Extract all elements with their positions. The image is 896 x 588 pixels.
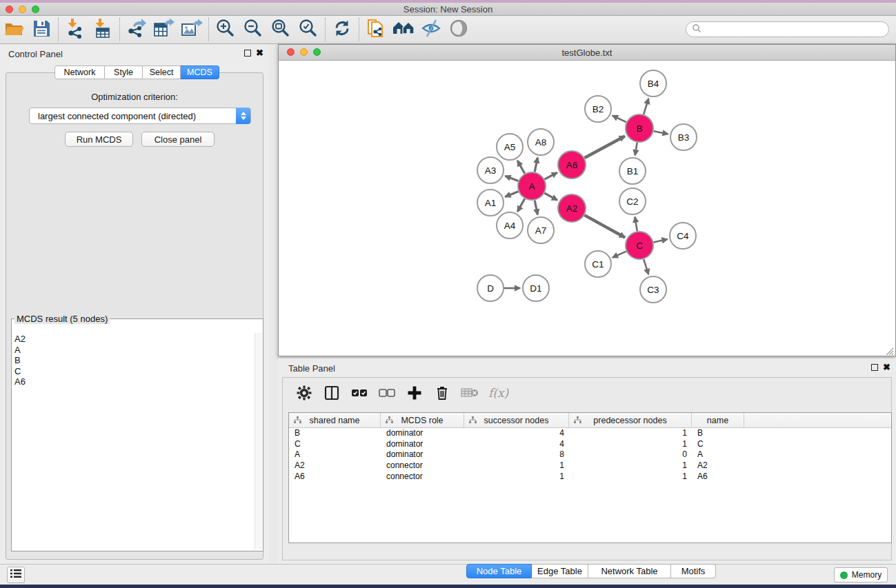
column-header-successor-nodes[interactable]: successor nodes (464, 413, 569, 427)
graph-node-A[interactable]: A (518, 172, 546, 200)
table-cell[interactable]: 1 (464, 460, 569, 472)
zoom-out-button[interactable] (239, 17, 267, 42)
tab-network[interactable]: Network (54, 65, 105, 79)
mcds-result-item[interactable]: A6 (14, 376, 26, 387)
float-table-panel-icon[interactable] (871, 364, 878, 371)
graph-edge-A-A8[interactable] (535, 158, 537, 172)
export-table-button[interactable] (150, 17, 178, 42)
run-mcds-button[interactable]: Run MCDS (65, 132, 133, 147)
hide-details-button[interactable] (417, 17, 445, 42)
mcds-result-item[interactable]: B (14, 355, 26, 366)
table-cell[interactable]: 4 (464, 439, 569, 450)
column-header-mcds-role[interactable]: MCDS role (381, 413, 464, 427)
graph-node-B1[interactable]: B1 (619, 158, 646, 184)
import-table-button[interactable] (89, 17, 117, 42)
column-header-shared-name[interactable]: shared name (289, 413, 381, 427)
tab-node-table[interactable]: Node Table (466, 564, 532, 578)
mcds-result-item[interactable]: A (14, 345, 26, 356)
table-cell[interactable]: 4 (464, 428, 569, 439)
graph-node-B2[interactable]: B2 (585, 96, 611, 122)
refresh-layout-button[interactable] (328, 17, 356, 42)
network-graph[interactable]: A5A8A3A6AA1A2A4A7B4B2BB3B1C2C4CC1C3DD1 (279, 61, 895, 356)
minimize-network-button[interactable] (300, 48, 308, 56)
graph-edge-C-C3[interactable] (644, 259, 648, 274)
graph-node-A3[interactable]: A3 (477, 157, 504, 183)
table-row[interactable]: Adominator80A (289, 449, 891, 460)
graph-node-A8[interactable]: A8 (528, 129, 554, 155)
table-cell[interactable]: dominator (381, 449, 464, 460)
resize-grip-icon[interactable] (886, 346, 894, 354)
zoom-selected-button[interactable] (295, 17, 322, 42)
save-session-button[interactable] (28, 17, 55, 42)
table-cell[interactable]: A (692, 449, 744, 460)
network-file-button[interactable] (362, 17, 390, 42)
graph-node-B[interactable]: B (626, 114, 653, 142)
zoom-network-button[interactable] (313, 48, 321, 56)
table-row[interactable]: Cdominator41C (289, 439, 891, 450)
graph-node-A4[interactable]: A4 (497, 212, 523, 239)
network-window-titlebar[interactable]: testGlobe.txt (279, 45, 895, 61)
graph-node-B4[interactable]: B4 (640, 70, 666, 97)
close-network-button[interactable] (287, 48, 295, 56)
graph-edge-A-A5[interactable] (517, 161, 524, 174)
add-row-button[interactable] (406, 384, 424, 402)
graph-edge-A-A7[interactable] (535, 201, 537, 215)
table-cell[interactable]: A2 (289, 460, 381, 472)
table-row[interactable]: A2connector11A2 (289, 460, 891, 472)
tab-select[interactable]: Select (143, 65, 181, 79)
graph-node-D[interactable]: D (477, 275, 504, 301)
graph-node-C1[interactable]: C1 (585, 251, 611, 277)
close-window-button[interactable] (6, 6, 13, 13)
column-header-predecessor-nodes[interactable]: predecessor nodes (569, 413, 692, 427)
zoom-fit-button[interactable] (267, 17, 295, 42)
delete-row-button[interactable] (433, 384, 451, 402)
graph-edge-C-C1[interactable] (613, 252, 626, 258)
mcds-result-item[interactable]: A2 (14, 334, 26, 345)
table-cell[interactable]: 1 (569, 460, 692, 472)
graph-edge-B-B4[interactable] (644, 99, 648, 114)
show-task-history-button[interactable] (7, 567, 25, 583)
table-row[interactable]: A6connector11A6 (289, 472, 891, 483)
select-all-button[interactable] (350, 384, 368, 402)
graph-edge-B-B1[interactable] (635, 143, 637, 156)
table-cell[interactable]: 1 (569, 472, 692, 483)
zoom-window-button[interactable] (32, 6, 39, 13)
table-cell[interactable]: A6 (692, 472, 744, 483)
network-canvas[interactable]: A5A8A3A6AA1A2A4A7B4B2BB3B1C2C4CC1C3DD1 (279, 61, 895, 356)
deselect-all-button[interactable] (378, 384, 396, 402)
table-cell[interactable]: dominator (381, 439, 464, 450)
result-scrollbar[interactable] (255, 333, 262, 549)
close-panel-icon[interactable]: ✖ (256, 50, 263, 57)
import-network-button[interactable] (61, 17, 89, 42)
graph-node-A5[interactable]: A5 (497, 134, 523, 160)
graph-node-A7[interactable]: A7 (528, 217, 554, 243)
table-cell[interactable]: 8 (464, 449, 569, 460)
export-image-button[interactable] (178, 17, 206, 42)
graph-edge-A-A4[interactable] (517, 199, 524, 212)
criterion-dropdown[interactable]: largest connected component (directed) (29, 108, 251, 124)
table-settings-button[interactable] (295, 384, 313, 402)
table-cell[interactable]: A (289, 449, 381, 460)
table-cell[interactable]: 1 (569, 439, 692, 450)
graph-node-C[interactable]: C (626, 232, 653, 259)
column-header-name[interactable]: name (692, 413, 744, 427)
close-panel-button[interactable]: Close panel (141, 132, 215, 147)
graph-edge-B-B2[interactable] (613, 116, 626, 122)
table-cell[interactable]: A2 (692, 460, 744, 472)
graph-edge-A-A2[interactable] (544, 193, 557, 200)
graph-edge-A6-B[interactable] (584, 136, 624, 158)
table-cell[interactable]: B (692, 428, 744, 439)
zoom-in-button[interactable] (212, 17, 239, 42)
graph-node-C4[interactable]: C4 (670, 223, 696, 249)
table-cell[interactable]: C (289, 439, 381, 450)
tab-style[interactable]: Style (105, 65, 143, 79)
table-cell[interactable]: C (692, 439, 744, 450)
graph-node-A1[interactable]: A1 (477, 190, 504, 216)
table-cell[interactable]: 1 (569, 428, 692, 439)
close-table-panel-icon[interactable]: ✖ (883, 364, 890, 371)
table-columns-button[interactable] (323, 384, 341, 402)
graph-node-C2[interactable]: C2 (619, 188, 646, 214)
graph-edge-A-A6[interactable] (545, 172, 557, 179)
graph-edge-A-A3[interactable] (505, 176, 518, 181)
search-box[interactable] (686, 21, 889, 37)
